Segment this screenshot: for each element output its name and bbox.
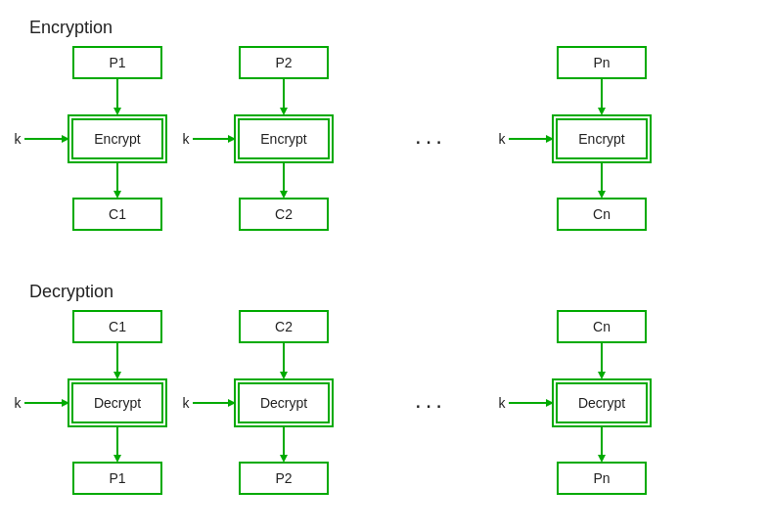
- page-container: Encryption Decryption P1 Encrypt k C1 P2: [0, 0, 769, 532]
- svg-text:Decrypt: Decrypt: [578, 395, 625, 411]
- svg-text:Encrypt: Encrypt: [94, 131, 141, 147]
- svg-marker-3: [113, 108, 121, 115]
- svg-marker-8: [62, 135, 69, 143]
- svg-marker-25: [280, 191, 288, 199]
- svg-marker-22: [228, 135, 236, 143]
- svg-rect-33: [553, 115, 651, 162]
- svg-text:Cn: Cn: [593, 206, 611, 222]
- svg-rect-72: [558, 311, 646, 342]
- svg-rect-76: [553, 379, 651, 426]
- svg-marker-37: [546, 135, 554, 143]
- svg-rect-84: [558, 463, 646, 494]
- svg-marker-46: [113, 372, 121, 379]
- svg-text:P2: P2: [275, 470, 292, 486]
- svg-rect-29: [558, 47, 646, 78]
- svg-text:C1: C1: [109, 206, 126, 222]
- svg-marker-40: [598, 191, 606, 199]
- svg-rect-43: [73, 311, 161, 342]
- svg-text:Decrypt: Decrypt: [94, 395, 141, 411]
- svg-rect-47: [68, 379, 166, 426]
- decryption-title: Decryption: [29, 282, 113, 302]
- svg-text:P1: P1: [109, 55, 125, 70]
- svg-marker-65: [228, 399, 236, 407]
- svg-rect-77: [557, 383, 647, 422]
- diagram-svg: P1 Encrypt k C1 P2 Encrypt k: [0, 0, 769, 532]
- svg-marker-80: [546, 399, 554, 407]
- svg-marker-11: [113, 191, 121, 199]
- svg-text:k: k: [499, 131, 507, 147]
- svg-text:...: ...: [415, 386, 446, 413]
- svg-rect-57: [240, 311, 328, 342]
- svg-text:Decrypt: Decrypt: [260, 395, 307, 411]
- svg-marker-83: [598, 455, 606, 463]
- svg-rect-69: [240, 463, 328, 494]
- svg-text:k: k: [183, 131, 191, 147]
- svg-text:Cn: Cn: [593, 319, 611, 334]
- svg-marker-68: [280, 455, 288, 463]
- svg-rect-19: [239, 119, 329, 158]
- svg-text:P1: P1: [109, 470, 125, 486]
- svg-rect-4: [68, 115, 166, 162]
- svg-rect-5: [72, 119, 162, 158]
- svg-text:...: ...: [415, 122, 446, 149]
- svg-text:k: k: [499, 395, 507, 411]
- svg-rect-48: [72, 383, 162, 422]
- svg-rect-34: [557, 119, 647, 158]
- svg-rect-14: [240, 47, 328, 78]
- svg-text:Encrypt: Encrypt: [578, 131, 625, 147]
- svg-text:C1: C1: [109, 319, 126, 334]
- svg-marker-17: [280, 108, 288, 115]
- svg-rect-55: [73, 463, 161, 494]
- svg-text:Encrypt: Encrypt: [260, 131, 307, 147]
- svg-rect-61: [235, 379, 333, 426]
- svg-rect-26: [240, 199, 328, 230]
- svg-text:k: k: [15, 395, 23, 411]
- svg-marker-60: [280, 372, 288, 379]
- svg-marker-32: [598, 108, 606, 115]
- svg-rect-41: [558, 199, 646, 230]
- svg-rect-12: [73, 199, 161, 230]
- svg-rect-62: [239, 383, 329, 422]
- svg-text:C2: C2: [275, 206, 293, 222]
- svg-text:Pn: Pn: [593, 470, 610, 486]
- svg-text:P2: P2: [275, 55, 292, 70]
- svg-text:k: k: [183, 395, 191, 411]
- svg-marker-75: [598, 372, 606, 379]
- encryption-title: Encryption: [29, 18, 113, 38]
- svg-text:k: k: [15, 131, 23, 147]
- svg-rect-0: [73, 47, 161, 78]
- svg-text:Pn: Pn: [593, 55, 610, 70]
- svg-text:C2: C2: [275, 319, 293, 334]
- svg-marker-51: [62, 399, 69, 407]
- svg-marker-54: [113, 455, 121, 463]
- svg-rect-18: [235, 115, 333, 162]
